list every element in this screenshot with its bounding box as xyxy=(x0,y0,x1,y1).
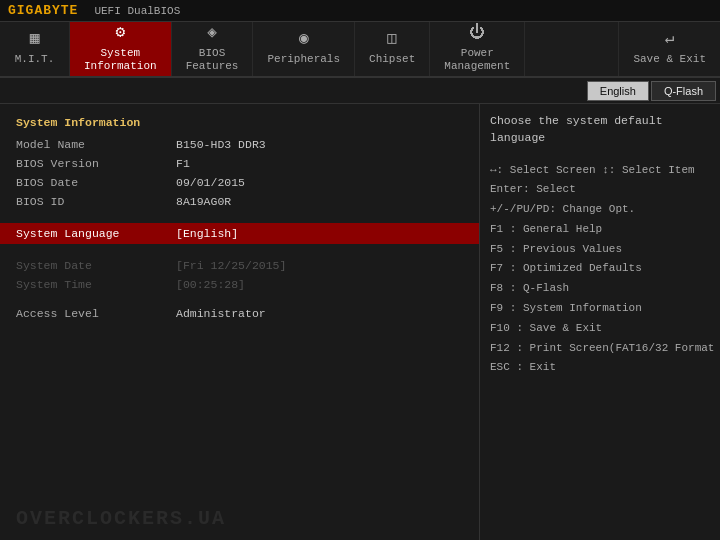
lang-bar: English Q-Flash xyxy=(0,78,720,104)
nav-label-power-mgmt: PowerManagement xyxy=(444,47,510,73)
model-name-row: Model Name B150-HD3 DDR3 xyxy=(0,135,479,154)
bios-date-value: 09/01/2015 xyxy=(176,176,245,189)
language-button[interactable]: English xyxy=(587,81,649,101)
access-level-value: Administrator xyxy=(176,307,266,320)
system-time-row: System Time [00:25:28] xyxy=(0,275,479,294)
save-exit-icon xyxy=(665,31,675,47)
nav-label-save-exit: Save & Exit xyxy=(633,53,706,66)
dual-bios-label: UEFI DualBIOS xyxy=(94,5,180,17)
peripherals-icon xyxy=(299,31,309,47)
key-help-line: F7 : Optimized Defaults xyxy=(490,259,710,279)
bios-features-icon xyxy=(207,25,217,41)
bios-date-label: BIOS Date xyxy=(16,176,176,189)
key-help-line: F12 : Print Screen(FAT16/32 Format Only) xyxy=(490,339,710,359)
key-help-line: ↔: Select Screen ↕: Select Item xyxy=(490,161,710,181)
model-name-value: B150-HD3 DDR3 xyxy=(176,138,266,151)
nav-item-mit[interactable]: M.I.T. xyxy=(0,22,70,76)
system-time-label: System Time xyxy=(16,278,176,291)
nav-item-chipset[interactable]: Chipset xyxy=(355,22,430,76)
bios-id-row: BIOS ID 8A19AG0R xyxy=(0,192,479,211)
nav-item-power-mgmt[interactable]: PowerManagement xyxy=(430,22,525,76)
brand-bar: GIGABYTE UEFI DualBIOS xyxy=(0,0,720,22)
system-language-value: [English] xyxy=(176,227,238,240)
system-date-row: System Date [Fri 12/25/2015] xyxy=(0,256,479,275)
power-icon xyxy=(469,25,485,41)
choose-text: Choose the system default language xyxy=(490,112,710,147)
mit-icon xyxy=(30,31,40,47)
nav-label-system-info: SystemInformation xyxy=(84,47,157,73)
bios-version-label: BIOS Version xyxy=(16,157,176,170)
key-help-line: +/-/PU/PD: Change Opt. xyxy=(490,200,710,220)
bios-date-row: BIOS Date 09/01/2015 xyxy=(0,173,479,192)
nav-item-peripherals[interactable]: Peripherals xyxy=(253,22,355,76)
nav-item-bios-features[interactable]: BIOSFeatures xyxy=(172,22,254,76)
brand-name: GIGABYTE xyxy=(8,3,78,18)
left-panel: System Information Model Name B150-HD3 D… xyxy=(0,104,480,540)
bios-id-value: 8A19AG0R xyxy=(176,195,231,208)
key-help-line: ESC : Exit xyxy=(490,358,710,378)
key-help: ↔: Select Screen ↕: Select ItemEnter: Se… xyxy=(490,161,710,379)
chipset-icon xyxy=(387,31,397,47)
qflash-button[interactable]: Q-Flash xyxy=(651,81,716,101)
nav-item-save-exit[interactable]: Save & Exit xyxy=(618,22,720,76)
key-help-line: F5 : Previous Values xyxy=(490,240,710,260)
section-title: System Information xyxy=(0,112,479,135)
system-date-label: System Date xyxy=(16,259,176,272)
nav-label-mit: M.I.T. xyxy=(15,53,55,66)
nav-label-peripherals: Peripherals xyxy=(267,53,340,66)
key-help-line: F8 : Q-Flash xyxy=(490,279,710,299)
nav-label-bios-features: BIOSFeatures xyxy=(186,47,239,73)
model-name-label: Model Name xyxy=(16,138,176,151)
system-date-value: [Fri 12/25/2015] xyxy=(176,259,286,272)
nav-bar: M.I.T. SystemInformation BIOSFeatures Pe… xyxy=(0,22,720,78)
key-help-line: F1 : General Help xyxy=(490,220,710,240)
system-language-label: System Language xyxy=(16,227,176,240)
right-panel: Choose the system default language ↔: Se… xyxy=(480,104,720,540)
access-level-row: Access Level Administrator xyxy=(0,304,479,323)
system-time-value: [00:25:28] xyxy=(176,278,245,291)
access-level-label: Access Level xyxy=(16,307,176,320)
nav-item-system-info[interactable]: SystemInformation xyxy=(70,22,172,76)
key-help-line: F9 : System Information xyxy=(490,299,710,319)
system-language-row[interactable]: System Language [English] xyxy=(0,223,479,244)
main-content: System Information Model Name B150-HD3 D… xyxy=(0,104,720,540)
bios-version-row: BIOS Version F1 xyxy=(0,154,479,173)
key-help-line: Enter: Select xyxy=(490,180,710,200)
key-help-line: F10 : Save & Exit xyxy=(490,319,710,339)
nav-label-chipset: Chipset xyxy=(369,53,415,66)
bios-version-value: F1 xyxy=(176,157,190,170)
bios-id-label: BIOS ID xyxy=(16,195,176,208)
system-info-icon xyxy=(115,25,125,41)
